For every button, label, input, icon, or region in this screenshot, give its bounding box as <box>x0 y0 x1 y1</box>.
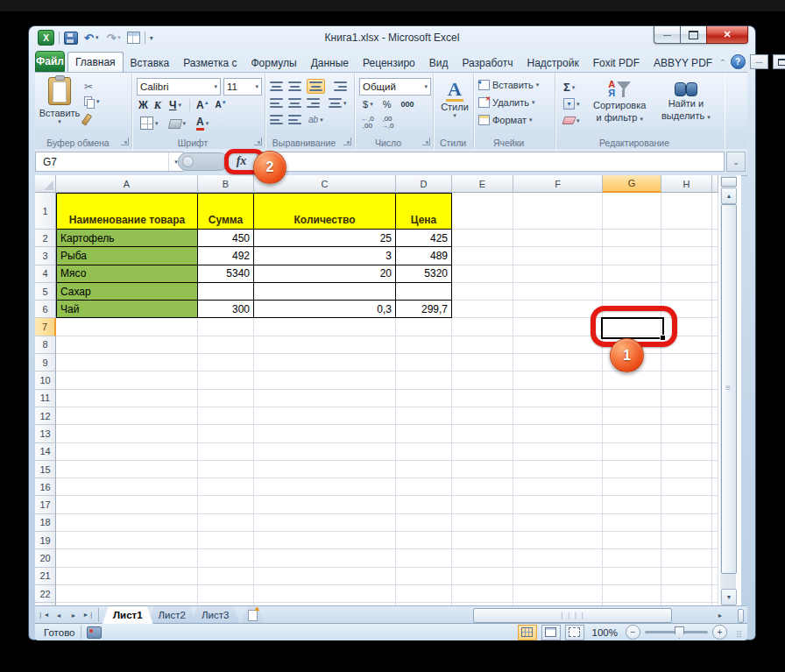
decrease-decimal-icon[interactable]: ,00→,0 <box>381 116 394 130</box>
cell-F1[interactable] <box>513 193 603 230</box>
tab-7[interactable]: Вид <box>422 53 456 72</box>
cell-E1[interactable] <box>452 193 513 230</box>
cell-partial[interactable] <box>712 371 718 389</box>
cell-C7[interactable] <box>254 318 396 336</box>
cell-H4[interactable] <box>661 265 712 283</box>
cell-G4[interactable] <box>603 265 661 283</box>
cell-D2[interactable]: 425 <box>396 230 452 247</box>
cell-partial[interactable] <box>712 443 718 461</box>
tab-5[interactable]: Данные <box>304 53 356 72</box>
cell-A15[interactable] <box>56 461 198 478</box>
bold-button[interactable]: Ж <box>138 99 148 111</box>
cell-A18[interactable] <box>56 514 198 532</box>
cell-partial[interactable] <box>712 496 718 513</box>
cell-D9[interactable] <box>396 354 452 371</box>
cell-G5[interactable] <box>603 283 661 301</box>
cell-E18[interactable] <box>452 514 513 532</box>
cell-C17[interactable] <box>254 496 396 513</box>
cell-F7[interactable] <box>513 318 603 336</box>
row-header-3[interactable]: 3 <box>35 247 56 265</box>
cell-B5[interactable] <box>198 283 254 301</box>
cell-H10[interactable] <box>661 371 712 389</box>
insert-cells-button[interactable]: Вставить▾ <box>478 80 539 90</box>
cell-D15[interactable] <box>396 461 452 478</box>
cell-F6[interactable] <box>513 301 603 318</box>
tab-9[interactable]: Надстройк <box>520 53 586 72</box>
doc-restore-button[interactable] <box>773 54 785 69</box>
cell-G14[interactable] <box>603 443 661 461</box>
row-header-15[interactable]: 15 <box>35 461 56 478</box>
record-macro-icon[interactable] <box>87 626 102 639</box>
cell-D10[interactable] <box>396 371 452 389</box>
cell-B20[interactable] <box>198 549 254 567</box>
cell-E15[interactable] <box>452 461 513 478</box>
cell-F3[interactable] <box>513 247 603 265</box>
cell-partial[interactable] <box>712 461 718 478</box>
row-header-20[interactable]: 20 <box>35 549 56 567</box>
cell-C19[interactable] <box>254 532 396 549</box>
dialog-launcher-icon[interactable] <box>254 138 262 145</box>
cell-partial[interactable] <box>712 478 718 496</box>
cell-B6[interactable]: 300 <box>198 301 254 318</box>
cell-B22[interactable] <box>198 585 254 603</box>
cell-D22[interactable] <box>396 585 452 603</box>
cell-A5[interactable]: Сахар <box>56 283 198 301</box>
cell-A8[interactable] <box>56 336 198 354</box>
cell-E11[interactable] <box>452 390 513 407</box>
paste-button[interactable]: Вставить▾ <box>40 77 79 133</box>
cell-B14[interactable] <box>198 443 254 461</box>
sheet-tab-Лист2[interactable]: Лист2 <box>148 606 196 624</box>
cell-H2[interactable] <box>661 230 712 247</box>
cell-E14[interactable] <box>452 443 513 461</box>
cell-B21[interactable] <box>198 568 254 585</box>
row-header-18[interactable]: 18 <box>35 514 56 532</box>
clear-button[interactable]: ▾ <box>562 116 582 125</box>
cell-E19[interactable] <box>452 532 513 549</box>
cell-G13[interactable] <box>603 425 661 442</box>
orientation-button[interactable]: ab▾ <box>307 114 325 125</box>
cell-A11[interactable] <box>56 390 198 407</box>
insert-worksheet-button[interactable] <box>241 606 264 624</box>
cell-B10[interactable] <box>198 371 254 389</box>
row-header-2[interactable]: 2 <box>35 230 56 247</box>
cell-partial[interactable] <box>712 354 718 371</box>
shrink-font-button[interactable]: А▼ <box>216 100 227 110</box>
column-header-E[interactable]: E <box>452 175 513 193</box>
row-header-21[interactable]: 21 <box>35 568 56 585</box>
column-header-F[interactable]: F <box>513 175 603 193</box>
cell-H20[interactable] <box>661 549 712 567</box>
cell-partial[interactable] <box>712 230 718 247</box>
cell-F13[interactable] <box>513 425 603 442</box>
cell-B4[interactable]: 5340 <box>198 265 254 283</box>
currency-format-button[interactable]: $▾ <box>361 98 375 110</box>
cell-D4[interactable]: 5320 <box>396 265 452 283</box>
cell-G18[interactable] <box>603 514 661 532</box>
scroll-down-icon[interactable]: ▼ <box>721 589 737 605</box>
cell-partial[interactable] <box>712 193 718 230</box>
cell-E7[interactable] <box>452 318 513 336</box>
cell-A19[interactable] <box>56 532 198 549</box>
cell-F12[interactable] <box>513 407 603 425</box>
column-header-H[interactable]: H <box>661 175 712 193</box>
zoom-in-button[interactable]: + <box>712 625 727 640</box>
sheet-tab-Лист3[interactable]: Лист3 <box>191 606 239 624</box>
sheet-tab-Лист1[interactable]: Лист1 <box>103 605 153 624</box>
cell-E13[interactable] <box>452 425 513 442</box>
cell-G12[interactable] <box>603 407 661 425</box>
delete-cells-button[interactable]: Удалить▾ <box>478 97 535 108</box>
worksheet-grid[interactable]: ABCDEFGH 1Наименование товараСуммаКоличе… <box>35 175 741 605</box>
sort-filter-button[interactable]: АЯ Сортировка и фильтр ▾ <box>593 79 646 124</box>
cell-E8[interactable] <box>452 336 513 354</box>
cell-H22[interactable] <box>661 585 712 603</box>
cell-G17[interactable] <box>603 496 661 513</box>
cell-D1[interactable]: Цена <box>396 193 452 230</box>
collapse-ribbon-icon[interactable]: ⌃ <box>719 59 726 66</box>
cell-A21[interactable] <box>56 568 198 585</box>
dialog-launcher-icon[interactable] <box>121 138 129 145</box>
zoom-out-button[interactable]: − <box>626 625 640 640</box>
zoom-slider-thumb[interactable] <box>675 626 684 639</box>
cell-C22[interactable] <box>254 585 396 603</box>
cell-G20[interactable] <box>603 549 661 567</box>
comma-format-button[interactable]: 000 <box>399 99 415 110</box>
doc-minimize-button[interactable]: — <box>750 54 768 69</box>
